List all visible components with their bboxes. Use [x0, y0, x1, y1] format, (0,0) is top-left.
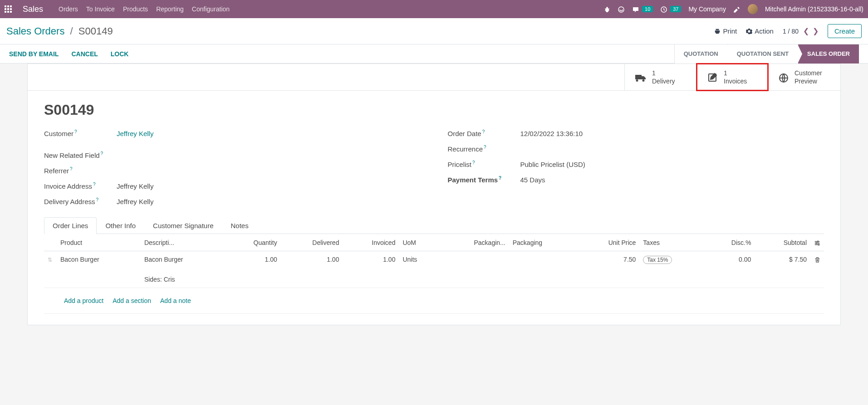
create-button[interactable]: Create — [828, 24, 862, 38]
label-new-related-field: New Related Field? — [44, 151, 117, 159]
help-icon[interactable]: ? — [482, 129, 485, 134]
help-icon[interactable]: ? — [70, 166, 73, 171]
stat-delivery[interactable]: 1 Delivery — [624, 64, 697, 90]
user-name[interactable]: Mitchell Admin (21523336-16-0-all) — [765, 5, 863, 13]
value-delivery-address[interactable]: Jeffrey Kelly — [117, 198, 153, 205]
cell-packaging-qty[interactable] — [439, 251, 509, 288]
app-brand[interactable]: Sales — [23, 5, 43, 14]
value-invoice-address[interactable]: Jeffrey Kelly — [117, 182, 153, 190]
nav-orders[interactable]: Orders — [59, 5, 78, 13]
stat-invoices[interactable]: 1 Invoices — [696, 63, 769, 91]
th-invoiced[interactable]: Invoiced — [343, 234, 399, 251]
help-icon[interactable]: ? — [472, 160, 475, 165]
label-pricelist: Pricelist? — [448, 160, 520, 168]
print-button[interactable]: Print — [714, 27, 737, 35]
print-icon — [714, 28, 721, 34]
th-product[interactable]: Product — [57, 234, 141, 251]
drag-handle-icon[interactable]: ⇅ — [48, 257, 52, 263]
pager-prev[interactable]: ❮ — [803, 27, 809, 35]
help-icon[interactable]: ? — [96, 197, 99, 202]
status-quotation-sent[interactable]: QUOTATION SENT — [727, 44, 798, 63]
tools-icon[interactable] — [733, 5, 740, 13]
tab-order-lines[interactable]: Order Lines — [44, 217, 97, 234]
cell-product[interactable]: Bacon Burger — [57, 251, 141, 288]
messages-icon[interactable]: 10 — [632, 5, 653, 13]
tab-notes[interactable]: Notes — [222, 217, 257, 234]
stat-delivery-label: Delivery — [652, 77, 675, 85]
status-quotation[interactable]: QUOTATION — [674, 44, 727, 63]
truck-icon — [635, 71, 647, 83]
top-navbar: Sales Orders To Invoice Products Reporti… — [0, 0, 868, 18]
nav-products[interactable]: Products — [123, 5, 148, 13]
th-packaging[interactable]: Packaging — [509, 234, 576, 251]
th-subtotal[interactable]: Subtotal — [755, 234, 810, 251]
cell-unit-price[interactable]: 7.50 — [576, 251, 640, 288]
breadcrumb: Sales Orders / S00149 — [6, 25, 113, 37]
nav-configuration[interactable]: Configuration — [192, 5, 230, 13]
company-selector[interactable]: My Company — [688, 5, 726, 13]
cell-subtotal: $ 7.50 — [755, 251, 810, 288]
stat-customer-preview[interactable]: Customer Preview — [768, 64, 840, 90]
th-uom[interactable]: UoM — [399, 234, 438, 251]
th-disc[interactable]: Disc.% — [706, 234, 755, 251]
pager-next[interactable]: ❯ — [813, 27, 819, 35]
breadcrumb-parent[interactable]: Sales Orders — [6, 25, 64, 37]
status-bar: QUOTATION QUOTATION SENT SALES ORDER — [674, 44, 859, 63]
table-row[interactable]: ⇅ Bacon Burger Bacon Burger Sides: Cris … — [44, 251, 824, 288]
action-button[interactable]: Action — [746, 27, 774, 35]
help-icon[interactable]: ? — [93, 182, 96, 187]
cell-quantity[interactable]: 1.00 — [225, 251, 281, 288]
value-customer[interactable]: Jeffrey Kelly — [117, 130, 153, 137]
value-order-date[interactable]: 12/02/2022 13:36:10 — [520, 130, 583, 137]
cell-packaging[interactable] — [509, 251, 576, 288]
help-icon[interactable]: ? — [74, 129, 77, 134]
th-delivered[interactable]: Delivered — [281, 234, 343, 251]
th-quantity[interactable]: Quantity — [225, 234, 281, 251]
help-icon[interactable]: ? — [484, 145, 486, 150]
cancel-button[interactable]: CANCEL — [71, 50, 98, 58]
value-payment-terms[interactable]: 45 Days — [520, 176, 545, 184]
value-pricelist[interactable]: Public Pricelist (USD) — [520, 161, 585, 168]
support-icon[interactable] — [618, 5, 625, 13]
th-packaging-qty[interactable]: Packagin... — [439, 234, 509, 251]
apps-icon[interactable] — [5, 5, 12, 13]
tab-other-info[interactable]: Other Info — [97, 217, 144, 234]
tabs: Order Lines Other Info Customer Signatur… — [44, 217, 824, 234]
label-customer: Customer? — [44, 129, 117, 137]
add-note-link[interactable]: Add a note — [160, 297, 191, 304]
lock-button[interactable]: LOCK — [111, 50, 129, 58]
activities-icon[interactable]: 37 — [660, 5, 681, 13]
cell-uom[interactable]: Units — [399, 251, 438, 288]
cell-disc[interactable]: 0.00 — [706, 251, 755, 288]
th-description[interactable]: Descripti... — [141, 234, 225, 251]
user-avatar[interactable] — [748, 4, 758, 14]
send-email-button[interactable]: SEND BY EMAIL — [9, 50, 59, 58]
tab-customer-signature[interactable]: Customer Signature — [144, 217, 222, 234]
add-section-link[interactable]: Add a section — [113, 297, 151, 304]
cell-invoiced[interactable]: 1.00 — [343, 251, 399, 288]
th-taxes[interactable]: Taxes — [639, 234, 706, 251]
columns-settings-icon[interactable] — [814, 239, 820, 246]
add-product-link[interactable]: Add a product — [64, 297, 103, 304]
pager-text: 1 / 80 — [783, 28, 799, 35]
tax-tag[interactable]: Tax 15% — [643, 256, 672, 264]
globe-icon — [778, 71, 789, 83]
pager: 1 / 80 ❮ ❯ — [783, 27, 819, 35]
stat-invoices-label: Invoices — [724, 77, 747, 85]
label-recurrence: Recurrence? — [448, 145, 520, 153]
nav-reporting[interactable]: Reporting — [156, 5, 184, 13]
status-sales-order[interactable]: SALES ORDER — [798, 44, 859, 63]
stat-preview-l2: Preview — [794, 77, 822, 85]
help-icon[interactable]: ? — [101, 151, 103, 156]
label-order-date: Order Date? — [448, 129, 520, 137]
th-unit-price[interactable]: Unit Price — [576, 234, 640, 251]
nav-to-invoice[interactable]: To Invoice — [86, 5, 115, 13]
cell-delivered[interactable]: 1.00 — [281, 251, 343, 288]
delete-row-icon[interactable] — [814, 256, 820, 263]
print-label: Print — [723, 27, 737, 35]
bug-icon[interactable] — [603, 5, 610, 13]
order-lines-table: Product Descripti... Quantity Delivered … — [44, 234, 824, 313]
cell-taxes[interactable]: Tax 15% — [639, 251, 706, 288]
cell-description[interactable]: Bacon Burger Sides: Cris — [141, 251, 225, 288]
help-icon[interactable]: ? — [499, 176, 501, 181]
